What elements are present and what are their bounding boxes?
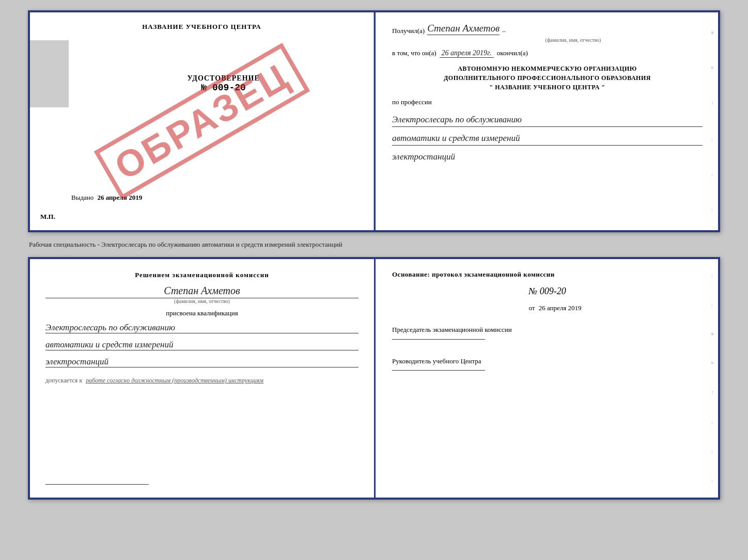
допускается-line: допускается к работе согласно должностны… <box>45 377 359 385</box>
org-name-top: НАЗВАНИЕ УЧЕБНОГО ЦЕНТРА <box>142 23 261 31</box>
dash: – <box>502 27 506 35</box>
profession-line2: автоматики и средств измерений <box>392 131 703 146</box>
qual-line3: электростанций <box>45 357 359 367</box>
head-title: Руководитель учебного Центра <box>392 356 703 366</box>
chairman-sig-line <box>392 339 485 340</box>
fact-prefix: в том, что он(а) <box>392 49 437 57</box>
issued-date: 26 апреля 2019 <box>98 194 143 201</box>
vc4: – <box>710 139 715 141</box>
head-block: Руководитель учебного Центра <box>392 356 703 371</box>
received-prefix: Получил(а) <box>392 27 425 35</box>
bottom-document: Решением экзаменационной комиссии Степан… <box>28 257 720 500</box>
vc1: и <box>710 31 715 34</box>
vc5: – <box>710 174 715 177</box>
vert-chars-bottom: – – и а ← – – – <box>708 259 718 498</box>
protocol-date: от 26 апреля 2019 <box>408 304 703 312</box>
profession-line3: электростанций <box>392 150 703 164</box>
bvc5: ← <box>710 390 715 395</box>
issued-label: Выдано <box>71 194 93 201</box>
org-block: АВТОНОМНУЮ НЕКОММЕРЧЕСКУЮ ОРГАНИЗАЦИЮ ДО… <box>392 64 703 92</box>
bvc4: а <box>710 362 715 364</box>
person-name-block: Степан Ахметов (фамилия, имя, отчество) <box>45 285 359 304</box>
fact-line: в том, что он(а) 26 апреля 2019г. окончи… <box>392 49 703 58</box>
issued-line: Выдано 26 апреля 2019 <box>71 194 142 202</box>
fio-label-bottom: (фамилия, имя, отчество) <box>45 298 359 304</box>
fio-label-top: (фамилия, имя, отчество) <box>444 37 703 43</box>
qual-label: присвоена квалификация <box>45 309 359 317</box>
cert-title-block: УДОСТОВЕРЕНИЕ № 009-20 <box>187 74 259 93</box>
date-prefix: от <box>528 304 535 312</box>
date-val: 26 апреля 2019 <box>539 304 582 312</box>
qual-line2: автоматики и средств измерений <box>45 340 359 350</box>
bottom-doc-right: Основание: протокол экзаменационной коми… <box>374 259 718 498</box>
person-name-large: Степан Ахметов <box>45 285 359 298</box>
profession-line1: Электрослесарь по обслуживанию <box>392 113 703 127</box>
cert-number: № 009-20 <box>187 83 259 93</box>
mp-line: М.П. <box>40 213 55 221</box>
qual-line1: Электрослесарь по обслуживанию <box>45 323 359 333</box>
fact-date: 26 апреля 2019г. <box>440 49 494 58</box>
protocol-number: № 009-20 <box>392 286 703 297</box>
org-line1: АВТОНОМНУЮ НЕКОММЕРЧЕСКУЮ ОРГАНИЗАЦИЮ <box>392 64 703 73</box>
received-name: Степан Ахметов <box>427 23 500 35</box>
bvc8: – <box>710 479 715 482</box>
bvc2: – <box>710 304 715 307</box>
vc3: ← <box>710 101 715 106</box>
bvc7: – <box>710 451 715 453</box>
top-doc-right: Получил(а) Степан Ахметов – (фамилия, им… <box>374 12 718 230</box>
bvc3: и <box>710 333 715 335</box>
org-line2: ДОПОЛНИТЕЛЬНОГО ПРОФЕССИОНАЛЬНОГО ОБРАЗО… <box>392 73 703 83</box>
vc6: – <box>710 209 715 212</box>
head-sig-line <box>392 370 485 371</box>
top-document: НАЗВАНИЕ УЧЕБНОГО ЦЕНТРА УДОСТОВЕРЕНИЕ №… <box>28 10 720 232</box>
org-line3: " НАЗВАНИЕ УЧЕБНОГО ЦЕНТРА " <box>392 83 703 92</box>
osnov-label: Основание: протокол экзаменационной коми… <box>392 270 703 279</box>
middle-text-content: Рабочая специальность - Электрослесарь п… <box>29 241 342 248</box>
chairman-block: Председатель экзаменационной комиссии <box>392 325 703 340</box>
top-doc-left: НАЗВАНИЕ УЧЕБНОГО ЦЕНТРА УДОСТОВЕРЕНИЕ №… <box>30 12 374 230</box>
chairman-title: Председатель экзаменационной комиссии <box>392 325 703 335</box>
vc2: а <box>710 67 715 69</box>
vert-chars-top: и а ← – – – <box>708 12 718 230</box>
cert-title: УДОСТОВЕРЕНИЕ <box>187 74 259 83</box>
допускается-val: работе согласно должностным (производств… <box>86 377 263 384</box>
bottom-doc-left: Решением экзаменационной комиссии Степан… <box>30 259 374 498</box>
bvc1: – <box>710 275 715 278</box>
received-line: Получил(а) Степан Ахметов – <box>392 23 703 35</box>
bvc6: – <box>710 422 715 424</box>
middle-text: Рабочая специальность - Электрослесарь п… <box>28 237 720 252</box>
допускается-prefix: допускается к <box>45 377 82 384</box>
left-sig-line <box>45 484 149 485</box>
photo-placeholder <box>30 40 69 107</box>
commission-title: Решением экзаменационной комиссии <box>45 270 359 280</box>
fact-suffix: окончил(а) <box>497 49 528 57</box>
profession-label: по профессии <box>392 98 703 106</box>
